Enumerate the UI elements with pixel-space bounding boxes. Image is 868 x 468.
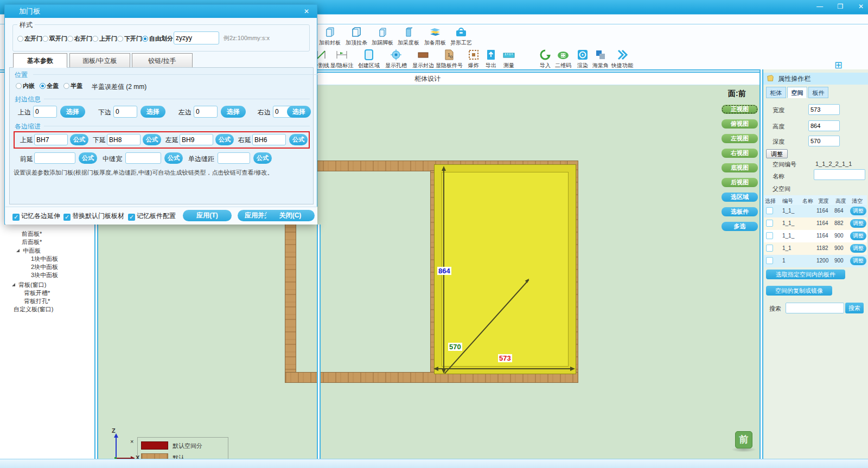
tab-hinge-handle[interactable]: 铰链/拉手 — [132, 53, 193, 68]
edge-top-select-button[interactable]: 选择 — [60, 106, 85, 118]
mid-gap-formula-button[interactable]: 公式 — [164, 152, 183, 164]
row-checkbox[interactable] — [766, 257, 773, 264]
view-front-button[interactable]: 正视图 — [722, 105, 758, 114]
name-field[interactable] — [814, 169, 865, 180]
row-checkbox[interactable] — [766, 220, 773, 227]
toolbar-show-holes[interactable]: 显示孔槽 — [381, 48, 411, 70]
side-gap-input[interactable] — [218, 152, 250, 164]
row-checkbox[interactable] — [766, 245, 773, 252]
checkbox-remember-extend[interactable]: 记忆各边延伸 — [12, 211, 60, 221]
view-top-button[interactable]: 俯视图 — [722, 119, 758, 129]
tree-item[interactable]: 背板打孔* — [24, 297, 50, 305]
select-panels-in-space-button[interactable]: 选取指定空间内的板件 — [766, 270, 845, 279]
space-number-label: 空间编号 — [773, 161, 796, 169]
dialog-close-icon[interactable]: ✕ — [302, 7, 311, 16]
indent-top-input[interactable] — [34, 134, 68, 145]
front-extend-input[interactable] — [34, 152, 75, 164]
select-panel-button[interactable]: 选板件 — [722, 207, 758, 216]
toolbar-add-depth-board[interactable]: 加采度板 — [393, 25, 424, 47]
edge-bottom-select-button[interactable]: 选择 — [141, 106, 165, 118]
radio-right-door[interactable]: 右开门 — [67, 35, 92, 43]
free-split-input[interactable] — [174, 31, 219, 44]
indent-right-formula-button[interactable]: 公式 — [289, 134, 308, 145]
front-extend-formula-button[interactable]: 公式 — [79, 152, 97, 164]
radio-left-door[interactable]: 左开门 — [17, 35, 42, 43]
edge-right-select-button[interactable]: 选择 — [287, 106, 311, 118]
tab-space[interactable]: 空间 — [787, 87, 807, 98]
side-gap-formula-button[interactable]: 公式 — [253, 152, 272, 164]
tree-item[interactable]: 背板开槽* — [24, 289, 50, 297]
adjust-button[interactable]: 调整 — [766, 149, 788, 158]
toolbar-create-region[interactable]: 创建区域 — [354, 48, 384, 70]
tree-item[interactable]: 前面板* — [22, 230, 42, 238]
toolbar-label: 加顶拉条 — [346, 40, 367, 46]
toolbar-quick-functions[interactable]: 快捷功能 — [607, 48, 637, 70]
select-region-button[interactable]: 选区域 — [722, 193, 758, 202]
toolbar-special-shape[interactable]: 异形工艺 — [446, 25, 476, 47]
close-icon[interactable]: ✕ — [854, 2, 868, 11]
row-adjust-button[interactable]: 调整 — [850, 219, 866, 228]
tab-panel[interactable]: 板件 — [808, 87, 828, 98]
view-bottom-button[interactable]: 底视图 — [722, 163, 758, 172]
radio-full-overlay[interactable]: 全盖 — [40, 82, 59, 90]
checkbox-remember-config[interactable]: 记忆板件配置 — [128, 211, 176, 221]
toolbar-measure[interactable]: 测量 — [494, 48, 524, 70]
expander-icon[interactable] — [12, 283, 15, 286]
tree-item[interactable]: 1块中面板 — [31, 255, 58, 263]
edge-top-input[interactable] — [33, 106, 57, 118]
orientation-cube-front[interactable]: 前 — [735, 431, 752, 448]
row-checkbox[interactable] — [766, 207, 773, 214]
indent-left-input[interactable] — [180, 134, 213, 145]
multi-select-button[interactable]: 多选 — [722, 222, 758, 231]
depth-field[interactable] — [808, 136, 840, 146]
indent-left-formula-button[interactable]: 公式 — [215, 134, 234, 145]
indent-bottom-formula-button[interactable]: 公式 — [143, 134, 161, 145]
maximize-icon[interactable]: ❐ — [833, 2, 847, 11]
apply-button[interactable]: 应用(T) — [183, 210, 232, 221]
radio-double-door[interactable]: 双开门 — [42, 35, 67, 43]
tree-item[interactable]: 自定义板(窗口) — [14, 305, 53, 313]
copy-mirror-space-button[interactable]: 空间的复制或镜像 — [766, 286, 832, 296]
row-adjust-button[interactable]: 调整 — [850, 244, 866, 253]
view-left-button[interactable]: 左视图 — [722, 134, 758, 143]
tab-panel-midboard[interactable]: 面板/中立板 — [69, 53, 130, 68]
tree-item[interactable]: 中面板 — [23, 247, 41, 255]
tree-item[interactable]: 2块中面板 — [31, 263, 58, 271]
toolbar-toggle-annotation[interactable]: 显/隐标注 — [327, 48, 357, 70]
radio-half-overlay[interactable]: 半盖 — [63, 82, 82, 90]
indent-top-formula-button[interactable]: 公式 — [70, 134, 88, 145]
indent-right-input[interactable] — [252, 134, 286, 145]
width-field[interactable] — [808, 104, 840, 115]
panel-slab-icon — [402, 25, 415, 39]
tree-item[interactable]: 3块中面板 — [31, 271, 58, 279]
row-adjust-button[interactable]: 调整 — [850, 257, 866, 265]
radio-up-door[interactable]: 上开门 — [92, 35, 117, 43]
radio-down-door[interactable]: 下开门 — [117, 35, 142, 43]
tree-item[interactable]: 背板(窗口) — [18, 281, 46, 289]
row-adjust-button[interactable]: 调整 — [850, 232, 866, 240]
search-button[interactable]: 搜索 — [845, 303, 864, 313]
row-checkbox[interactable] — [766, 232, 773, 239]
minimize-icon[interactable]: — — [813, 2, 827, 11]
tree-item[interactable]: 后面板* — [22, 238, 42, 246]
dialog-titlebar[interactable]: 加门板 — [5, 5, 317, 18]
toolbar-add-front-filler[interactable]: 加前封板 — [315, 25, 345, 47]
height-field[interactable] — [808, 120, 840, 131]
view-back-button[interactable]: 后视图 — [722, 178, 758, 187]
row-adjust-button[interactable]: 调整 — [850, 207, 866, 215]
mid-gap-input[interactable] — [125, 152, 161, 164]
tab-basic-params[interactable]: 基本参数 — [13, 53, 67, 68]
edge-left-select-button[interactable]: 选择 — [221, 106, 246, 118]
edge-bottom-input[interactable] — [113, 106, 137, 118]
search-input[interactable] — [786, 303, 844, 313]
canvas-dock-divider[interactable] — [760, 69, 763, 459]
expander-icon[interactable] — [16, 249, 20, 252]
view-right-button[interactable]: 右视图 — [722, 149, 758, 158]
close-button[interactable]: 关闭(C) — [266, 210, 315, 221]
radio-free-split[interactable]: 自由划分 — [142, 35, 173, 43]
checkbox-replace-material[interactable]: 替换默认门板板材 — [63, 211, 124, 221]
radio-inset[interactable]: 内嵌 — [16, 82, 35, 90]
edge-left-input[interactable] — [194, 106, 218, 118]
indent-bottom-input[interactable] — [107, 134, 141, 145]
tab-cabinet[interactable]: 柜体 — [766, 87, 786, 98]
